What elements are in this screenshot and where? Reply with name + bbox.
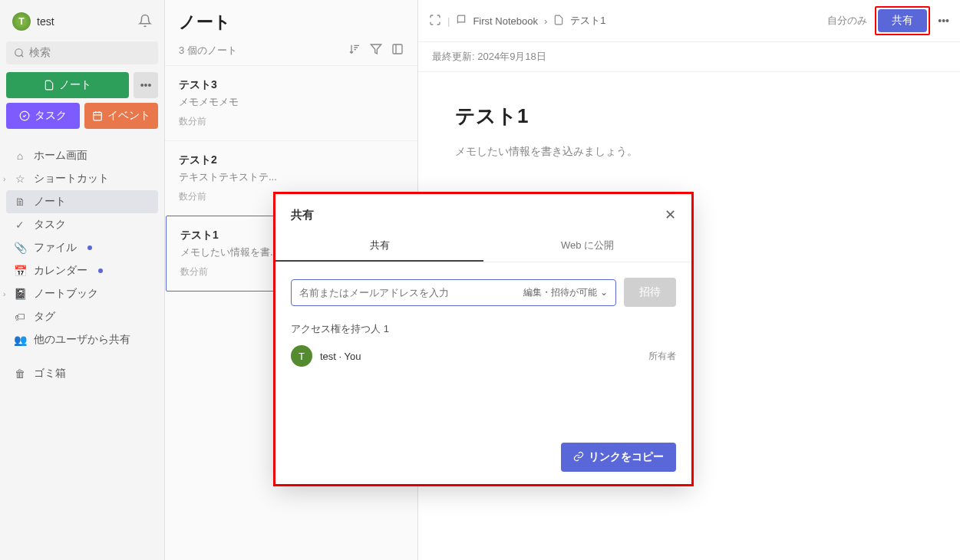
sidebar-nav-item[interactable]: ⌂ホーム画面 <box>6 144 158 167</box>
sidebar-nav-item[interactable]: 👥他のユーザから共有 <box>6 328 158 351</box>
nav-label: 他のユーザから共有 <box>34 333 130 347</box>
note-item-title: テスト2 <box>179 153 404 167</box>
sidebar-nav-item[interactable]: 🗑ゴミ箱 <box>6 362 158 385</box>
chevron-right-icon: › <box>3 290 5 298</box>
expand-icon[interactable] <box>429 14 441 28</box>
chevron-right-icon: › <box>3 175 5 183</box>
crumb-note[interactable]: テスト1 <box>570 14 605 28</box>
share-button[interactable]: 共有 <box>878 9 927 32</box>
share-button-highlight: 共有 <box>875 6 930 35</box>
close-icon[interactable]: ✕ <box>665 206 676 223</box>
nav-icon: ☆ <box>14 173 26 185</box>
person-name: test · You <box>320 351 641 362</box>
nav-icon: 📓 <box>14 288 26 300</box>
list-header: ノート <box>165 0 417 38</box>
search-placeholder: 検索 <box>29 46 51 60</box>
nav-label: カレンダー <box>34 264 87 278</box>
nav-icon: 🗎 <box>14 196 26 208</box>
list-subheader: 3 個のノート <box>165 38 417 65</box>
note-title[interactable]: テスト1 <box>455 103 923 130</box>
nav-icon: ✓ <box>14 219 26 231</box>
note-item-time: 数分前 <box>179 115 404 128</box>
nav-icon: 👥 <box>14 334 26 346</box>
breadcrumb: | First Notebook › テスト1 <box>429 14 606 28</box>
avatar: T <box>12 12 31 31</box>
invite-input-wrap[interactable]: 編集・招待が可能 ⌄ <box>291 279 616 306</box>
note-item-title: テスト3 <box>179 78 404 92</box>
indicator-dot <box>98 268 103 273</box>
sidebar-header: T test <box>6 6 158 37</box>
nav-label: ファイル <box>34 241 77 255</box>
nav-icon: 🗑 <box>14 367 26 380</box>
new-note-button[interactable]: ノート <box>6 72 129 98</box>
nav-label: ノート <box>34 195 66 209</box>
modal-title: 共有 <box>291 208 314 222</box>
access-person: T test · You 所有者 <box>291 345 676 367</box>
note-meta: 最終更新: 2024年9月18日 <box>418 42 960 72</box>
permission-dropdown[interactable]: 編集・招待が可能 ⌄ <box>523 286 608 299</box>
note-count: 3 個のノート <box>179 44 237 58</box>
sidebar-nav-item[interactable]: ✓タスク <box>6 213 158 236</box>
crumb-notebook[interactable]: First Notebook <box>473 15 538 27</box>
tab-publish-web[interactable]: Web に公開 <box>483 231 691 262</box>
note-item-snippet: メモメモメモ <box>179 95 404 109</box>
more-icon[interactable]: ••• <box>938 15 949 27</box>
nav-label: タグ <box>34 310 55 324</box>
nav: ⌂ホーム画面›☆ショートカット🗎ノート✓タスク📎ファイル📅カレンダー›📓ノートブ… <box>6 144 158 385</box>
nav-label: ノートブック <box>34 287 98 301</box>
main-toolbar: | First Notebook › テスト1 自分のみ 共有 ••• <box>418 0 960 42</box>
sidebar-nav-item[interactable]: ›📓ノートブック <box>6 282 158 305</box>
search-input[interactable]: 検索 <box>6 41 158 64</box>
indicator-dot <box>87 245 92 250</box>
view-icon[interactable] <box>391 43 404 58</box>
note-content[interactable]: テスト1 メモしたい情報を書き込みましょう。 <box>418 72 960 189</box>
person-role: 所有者 <box>648 351 676 361</box>
nav-label: ショートカット <box>34 172 109 186</box>
share-modal-highlight: 共有 ✕ 共有 Web に公開 編集・招待が可能 ⌄ 招待 アク <box>273 192 694 486</box>
nav-icon: 📎 <box>14 242 26 254</box>
sidebar: T test 検索 ノート ••• タスク イベント <box>0 0 165 560</box>
new-more-button[interactable]: ••• <box>134 72 158 98</box>
sidebar-nav-item[interactable]: 🏷タグ <box>6 305 158 328</box>
new-task-button[interactable]: タスク <box>6 103 80 129</box>
user-name: test <box>37 15 54 28</box>
notebook-icon <box>456 15 467 28</box>
share-modal: 共有 ✕ 共有 Web に公開 編集・招待が可能 ⌄ 招待 アク <box>275 194 691 484</box>
nav-label: ホーム画面 <box>34 149 87 163</box>
invite-input[interactable] <box>299 287 523 298</box>
svg-point-0 <box>15 49 22 56</box>
nav-label: タスク <box>34 218 66 232</box>
note-list-item[interactable]: テスト3メモメモメモ数分前 <box>165 65 417 140</box>
new-event-button[interactable]: イベント <box>84 103 158 129</box>
nav-icon: 📅 <box>14 265 26 277</box>
visibility-label: 自分のみ <box>827 14 867 28</box>
sidebar-nav-item[interactable]: 📎ファイル <box>6 236 158 259</box>
note-body[interactable]: メモしたい情報を書き込みましょう。 <box>455 145 923 159</box>
sidebar-nav-item[interactable]: 📅カレンダー <box>6 259 158 282</box>
svg-rect-3 <box>393 44 402 54</box>
sidebar-nav-item[interactable]: ›☆ショートカット <box>6 167 158 190</box>
sort-icon[interactable] <box>348 43 361 58</box>
copy-link-button[interactable]: リンクをコピー <box>561 443 676 472</box>
sidebar-nav-item[interactable]: 🗎ノート <box>6 190 158 213</box>
note-item-snippet: テキストテキストテ... <box>179 170 404 184</box>
chevron-down-icon: ⌄ <box>600 287 608 298</box>
avatar: T <box>291 345 312 367</box>
user-menu[interactable]: T test <box>12 12 54 31</box>
access-label: アクセス権を持つ人 1 <box>291 322 676 336</box>
svg-rect-2 <box>94 112 102 120</box>
list-title: ノート <box>179 11 404 34</box>
filter-icon[interactable] <box>370 43 382 58</box>
invite-button[interactable]: 招待 <box>624 278 676 307</box>
nav-icon: 🏷 <box>14 311 26 323</box>
tab-share[interactable]: 共有 <box>275 231 483 262</box>
bell-icon[interactable] <box>138 14 152 30</box>
nav-icon: ⌂ <box>14 150 26 162</box>
modal-tabs: 共有 Web に公開 <box>275 231 691 262</box>
link-icon <box>573 451 584 464</box>
note-icon <box>553 15 564 28</box>
nav-label: ゴミ箱 <box>34 367 66 380</box>
